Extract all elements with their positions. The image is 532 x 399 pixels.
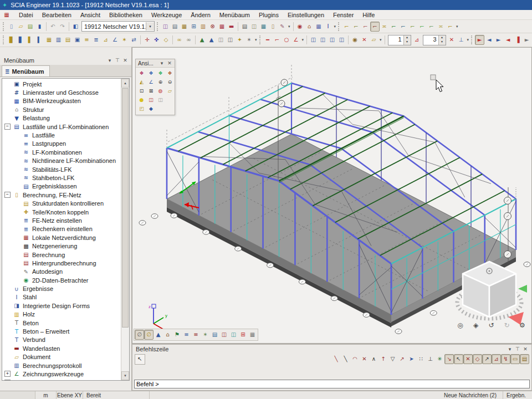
- document-icon[interactable]: ▯: [268, 22, 278, 32]
- new-icon[interactable]: ▯: [7, 22, 16, 32]
- chevron-down-icon[interactable]: ▾: [146, 22, 154, 30]
- tree-item-holz[interactable]: ▥Holz: [2, 310, 121, 319]
- tree-item-zeichnungswerkzeuge[interactable]: +∠Zeichnungswerkzeuge: [2, 370, 121, 378]
- clip-planes-icon[interactable]: ◰: [137, 104, 146, 113]
- snap-mid-icon[interactable]: ✳: [435, 354, 444, 364]
- iso-cube-icon[interactable]: ◈: [470, 320, 481, 331]
- light-icon[interactable]: ●: [137, 95, 146, 104]
- ucs-icon[interactable]: ∠: [146, 78, 156, 86]
- delete-icon[interactable]: ✕: [360, 35, 369, 45]
- render-box-icon[interactable]: ◆: [146, 104, 156, 113]
- catalog-icon[interactable]: ▥: [198, 22, 208, 32]
- snap-off-icon[interactable]: ✕: [360, 354, 369, 364]
- link-icon[interactable]: ∞: [175, 35, 184, 45]
- draw-angle-icon[interactable]: ∠: [291, 35, 301, 45]
- tree-item-lastf-lle-und-lf-kombinationen[interactable]: −▤Lastfälle und LF-Kombinationen: [2, 122, 121, 131]
- move-up-icon[interactable]: ▲: [197, 35, 207, 45]
- info-icon[interactable]: I: [324, 22, 333, 32]
- close-icon[interactable]: ✕: [521, 346, 529, 352]
- zoom-extents-icon[interactable]: ◎: [455, 320, 466, 331]
- filter-star-icon[interactable]: ✶: [120, 35, 129, 45]
- filter-slabs-icon[interactable]: ▌: [25, 35, 35, 45]
- menu-hilfe[interactable]: Hilfe: [358, 11, 379, 19]
- scroll-down-icon[interactable]: ▼: [121, 371, 129, 380]
- filter-nodes-icon[interactable]: ▋: [16, 35, 25, 45]
- chevron-down-icon[interactable]: ▾: [106, 58, 114, 63]
- command-input[interactable]: [134, 380, 530, 388]
- view-z-icon[interactable]: ❖: [156, 69, 165, 78]
- close-icon[interactable]: ✕: [121, 58, 129, 63]
- activity-2-icon[interactable]: ◄: [484, 35, 494, 45]
- tree-item-lf-kombinationen[interactable]: ≋LF-Kombinationen: [2, 148, 121, 156]
- snap-tri-icon[interactable]: ▽: [388, 354, 397, 364]
- activity-4-icon[interactable]: ◄: [503, 35, 513, 45]
- show-loads-icon[interactable]: ⌂: [163, 330, 172, 340]
- stepper-up-icon[interactable]: ▲: [404, 35, 411, 40]
- activity-1-icon[interactable]: ►: [475, 35, 484, 45]
- view-axo-icon[interactable]: ❖: [165, 69, 175, 78]
- chevron-down-icon[interactable]: ▾: [158, 60, 166, 66]
- view-flag-2-icon[interactable]: ⌐: [351, 22, 361, 32]
- tree-item-netzgenerierung[interactable]: ▩Netzgenerierung: [2, 242, 121, 250]
- menu-fenster[interactable]: Fenster: [329, 11, 358, 19]
- snap-end-on-icon[interactable]: ↘: [444, 354, 454, 364]
- print-icon[interactable]: ▤: [240, 22, 249, 32]
- snap-up-icon[interactable]: ↑: [378, 354, 388, 364]
- mirror-icon[interactable]: ◫: [216, 35, 226, 45]
- zoom-in-icon[interactable]: ⊕: [156, 78, 165, 86]
- filter-labels-icon[interactable]: ▥: [54, 35, 63, 45]
- filter-grid-icon[interactable]: ≣: [91, 35, 101, 45]
- status-unit[interactable]: m: [35, 391, 57, 399]
- clip-box-icon[interactable]: ▱: [165, 86, 175, 95]
- expand-icon[interactable]: +: [4, 380, 11, 380]
- tree-item-hintergrundberechnung[interactable]: ▤Hintergrundberechnung: [2, 259, 121, 267]
- menu-werkzeuge[interactable]: Werkzeuge: [147, 11, 186, 19]
- eye-icon[interactable]: ◉: [350, 35, 360, 45]
- doc-edit-icon[interactable]: ✎: [278, 22, 287, 32]
- view-flag-8-icon[interactable]: ⌐: [408, 22, 417, 32]
- tree-item-strukturdaten-kontrollieren[interactable]: ▤Strukturdaten kontrollieren: [2, 199, 121, 207]
- toolbar-grip[interactable]: [471, 35, 474, 44]
- add-poly-icon[interactable]: ◇: [161, 35, 171, 45]
- tree-scrollbar[interactable]: ▲ ▼: [121, 79, 129, 380]
- toolbar-grip[interactable]: [338, 22, 341, 31]
- import-icon[interactable]: ▤: [25, 22, 35, 32]
- activity-5-icon[interactable]: ▐: [513, 35, 522, 45]
- clipboard-1-icon[interactable]: ◫: [309, 35, 318, 45]
- tree-item-fe-netz-einstellen[interactable]: ≣FE-Netz einstellen: [2, 216, 121, 224]
- snap-ortho-icon[interactable]: ⊥: [426, 354, 435, 364]
- tree-item-bim-werkzeugkasten[interactable]: ▦BIM-Werkzeugkasten: [2, 97, 121, 105]
- table-icon[interactable]: ▦: [314, 22, 324, 32]
- label-nodes-icon[interactable]: ≡: [182, 330, 191, 340]
- show-flags-icon[interactable]: ⚑: [172, 330, 182, 340]
- toolbar-grip[interactable]: [3, 22, 6, 31]
- overflow-chevron-icon[interactable]: ▾: [255, 38, 257, 42]
- view-flag-7-icon[interactable]: ⌐: [398, 22, 408, 32]
- filter-angle-icon[interactable]: ∠: [110, 35, 120, 45]
- tree-item-lastf-lle[interactable]: ≡Lastfälle: [2, 131, 121, 139]
- snap-perp-on-icon[interactable]: ⊿: [492, 354, 501, 364]
- scale-stepper-2[interactable]: 3 ▲▼: [423, 35, 446, 45]
- tree-item-struktur[interactable]: ⌂Struktur: [2, 105, 121, 114]
- home-icon[interactable]: ⌂: [305, 22, 314, 32]
- navigation-cube[interactable]: ◎◈↺↻⚙: [449, 252, 532, 336]
- project-grid-icon[interactable]: ▦: [2, 12, 11, 18]
- grid-icon[interactable]: ⊞: [238, 330, 248, 340]
- toolbar-grip[interactable]: [259, 35, 262, 44]
- snap-arc-icon[interactable]: ◠: [350, 354, 360, 364]
- tree-item-berechnung--fe-netz[interactable]: −▯Berechnung, FE-Netz: [2, 191, 121, 199]
- menu-ansicht[interactable]: Ansicht: [76, 11, 105, 19]
- overflow-chevron-icon[interactable]: ▾: [334, 24, 336, 29]
- tree-item-beton---erweitert[interactable]: TBeton – Erweitert: [2, 327, 121, 335]
- view-flag-4-icon[interactable]: ⌐: [370, 22, 380, 32]
- tree-item-lokale-netzverdichtung[interactable]: ▦Lokale Netzverdichtung: [2, 233, 121, 242]
- tree-item-beton[interactable]: TBeton: [2, 319, 121, 327]
- tree-item-rechenkern-einstellen[interactable]: ≣Rechenkern einstellen: [2, 225, 121, 233]
- open-icon[interactable]: ▱: [16, 22, 25, 32]
- snap-grid-icon[interactable]: ∷: [416, 354, 426, 364]
- results-data-icon[interactable]: ◫: [229, 330, 238, 340]
- status-results[interactable]: Ergebn.: [503, 391, 532, 399]
- model-data-icon[interactable]: ◫: [219, 330, 229, 340]
- add-beam-icon[interactable]: ✜: [152, 35, 161, 45]
- tree-item-ergebnisklassen[interactable]: ▤Ergebnisklassen: [2, 182, 121, 191]
